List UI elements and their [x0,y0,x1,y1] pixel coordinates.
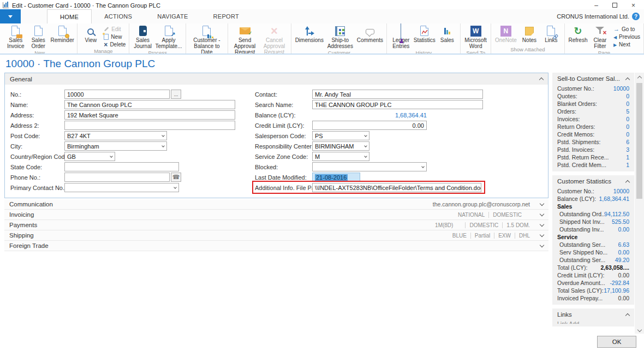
row-value-link[interactable]: 0 [626,131,629,138]
additional-info-path-field[interactable]: \\INDEL-AXT5283NB\OfficeFileFolder\Terms… [312,183,481,192]
ledger-entries-button[interactable]: Ledger Entries [389,24,413,50]
salesperson-select[interactable]: PS [312,131,369,140]
customer-balance-to-date-button[interactable]: Customer - Balance to Date [188,24,225,55]
sales-journal-button[interactable]: Sales Journal [132,24,154,50]
maximize-button[interactable] [612,3,617,8]
chevron-down-icon[interactable] [540,212,544,216]
row-value-link[interactable]: 0 [626,123,629,130]
statistics-button[interactable]: Statistics [413,24,436,44]
help-icon[interactable]: ? [632,13,640,20]
ribbon-tab[interactable]: HOME [47,9,92,23]
chevron-down-icon[interactable] [540,243,544,247]
reminder-button[interactable]: Reminder [50,24,75,44]
chevron-down-icon[interactable] [174,186,177,189]
city-select[interactable]: Birmingham [64,141,167,151]
phone-input[interactable] [64,173,170,182]
apply-template-button[interactable]: Apply Template... [154,24,183,50]
fasttab-shipping[interactable]: Shipping BLUE Partial EXW DHL [4,230,548,241]
ribbon-tab[interactable]: REPORT [201,9,252,23]
next-button[interactable]: Next [613,41,640,48]
fasttab-communication[interactable]: Communication the.cannon.group.plc@cronu… [4,199,548,210]
row-value-link[interactable]: 10000 [613,85,629,92]
fasttab-payments[interactable]: Payments 1M(8D) DOMESTIC 1.5 DOM. [4,220,548,230]
new-button[interactable]: New [104,33,126,40]
previous-button[interactable]: Previous [613,33,640,40]
search-name-input[interactable]: THE CANNON GROUP PLC [312,100,483,109]
row-value-link[interactable]: 6.63 [618,241,629,248]
row-value-link[interactable]: 10000 [613,188,629,194]
minimize-button[interactable]: – [594,3,598,8]
row-value-link[interactable]: 49.20 [615,257,629,263]
row-value-link[interactable]: 1,68,364.41 [599,195,629,202]
notes-button[interactable]: Notes [518,24,540,44]
row-value-link[interactable]: 0.00 [618,272,629,278]
sales-history-button[interactable]: Sales [436,24,458,44]
row-value-link[interactable]: 525.50 [612,218,629,225]
postcode-select[interactable]: B27 4KT [64,131,167,140]
row-value-link[interactable]: 0.00 [618,295,629,301]
scroll-up-arrow[interactable] [637,76,641,80]
scrollbar-thumb[interactable] [636,83,642,199]
credit-limit-input[interactable]: 0.00 [312,121,427,130]
row-value-link[interactable]: 2,63,058.... [600,264,629,271]
factbox-header[interactable]: Sell-to Customer Sal... [552,73,634,85]
row-value-link[interactable]: 0 [626,116,629,122]
chevron-down-icon[interactable] [540,201,544,206]
view-button[interactable]: View [80,24,102,44]
row-value-link[interactable]: -292.84 [610,280,629,286]
chevron-up-icon[interactable] [625,180,630,184]
row-value-link[interactable]: 17,100.96 [604,287,629,294]
country-select[interactable]: GB [64,152,115,161]
row-value-link[interactable]: 94,112.50 [604,211,629,217]
chevron-down-icon[interactable] [540,233,544,237]
chevron-up-icon[interactable] [625,77,630,81]
chevron-down-icon[interactable] [540,222,544,227]
clear-filter-button[interactable]: Clear Filter [589,24,611,50]
scroll-down-arrow[interactable] [637,328,641,332]
refresh-button[interactable]: Refresh [567,24,589,44]
chevron-up-icon[interactable] [625,313,630,317]
service-zone-select[interactable]: M [312,152,369,161]
phone-lookup-button[interactable] [171,173,181,182]
blocked-select[interactable] [312,162,427,171]
send-approval-request-button[interactable]: Send Approval Request [230,24,260,55]
fasttab-invoicing[interactable]: Invoicing NATIONAL DOMESTIC [4,210,548,220]
sales-order-button[interactable]: Sales Order [27,24,49,50]
ship-to-addresses-button[interactable]: Ship-to Addresses [325,24,355,50]
application-menu-button[interactable] [0,9,21,23]
vertical-scrollbar[interactable] [635,73,644,334]
microsoft-word-button[interactable]: Microsoft Word [463,24,488,50]
assist-edit-button[interactable]: ... [171,90,181,99]
row-value-link[interactable]: 0 [626,93,629,99]
general-fasttab-header[interactable]: General [5,73,548,85]
contact-input[interactable]: Mr. Andy Teal [312,90,483,99]
chevron-down-icon[interactable] [364,144,367,147]
address-input[interactable]: 192 Market Square [64,110,235,120]
last-date-modified-field[interactable]: 21-08-2016 [312,173,360,182]
close-button[interactable]: × [631,3,635,8]
go-to-button[interactable]: Go to [613,26,640,33]
row-value-link[interactable]: 0.00 [618,226,629,233]
row-value-link[interactable]: 0 [626,100,629,107]
row-value-link[interactable]: 3 [626,146,629,153]
row-value-link[interactable]: 1 [626,162,629,168]
chevron-down-icon[interactable] [421,165,425,168]
chevron-up-icon[interactable] [539,78,544,82]
chevron-down-icon[interactable] [162,134,165,137]
ribbon-tab[interactable]: NAVIGATE [145,9,200,23]
factbox-header[interactable]: Customer Statistics [552,175,634,187]
links-button[interactable]: Links [540,24,562,44]
row-value-link[interactable]: 5 [626,108,629,115]
no-input[interactable]: 10000 [64,90,170,99]
row-value-link[interactable]: 6 [626,139,629,145]
sales-invoice-button[interactable]: Sales Invoice [4,24,27,50]
statecode-input[interactable] [64,162,179,171]
chevron-down-icon[interactable] [110,155,113,158]
row-value-link[interactable]: 1 [626,154,629,161]
chevron-down-icon[interactable] [364,155,367,158]
row-value-link[interactable]: 0.00 [618,249,629,256]
responsibility-center-select[interactable]: BIRMINGHAM [312,141,369,151]
factbox-header[interactable]: Links [552,309,634,321]
ok-button[interactable]: OK [597,336,636,348]
balance-link[interactable]: 1,68,364.41 [312,112,427,118]
